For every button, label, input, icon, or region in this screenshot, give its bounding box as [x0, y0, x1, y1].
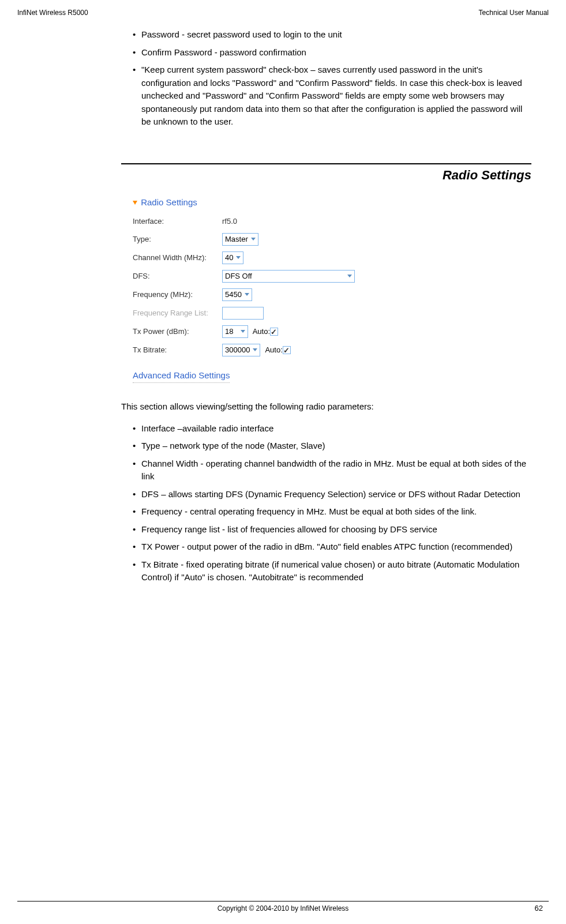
list-text: Frequency range list - list of frequenci… — [141, 524, 437, 534]
content-area: Password - secret password used to login… — [121, 17, 531, 584]
channel-width-row: Channel Width (MHz): 40 — [133, 251, 520, 264]
list-text: TX Power - output power of the radio in … — [141, 542, 512, 551]
interface-label: Interface: — [133, 216, 222, 227]
chevron-down-icon — [253, 348, 257, 351]
channel-width-label: Channel Width (MHz): — [133, 252, 222, 264]
list-item: Confirm Password - password confirmation — [121, 46, 531, 59]
tx-bitrate-row: Tx Bitrate: 300000 Auto: — [133, 344, 520, 356]
header-left: InfiNet Wireless R5000 — [17, 9, 88, 17]
type-value: Master — [225, 234, 248, 245]
list-text: Channel Width - operating channel bandwi… — [141, 459, 526, 482]
radio-settings-header[interactable]: Radio Settings — [133, 196, 520, 209]
password-list: Password - secret password used to login… — [121, 28, 531, 129]
list-text: Password - secret password used to login… — [141, 29, 342, 39]
list-text: Tx Bitrate - fixed operating bitrate (if… — [141, 559, 519, 583]
freq-range-input[interactable] — [222, 307, 264, 320]
chevron-down-icon — [241, 330, 245, 333]
list-item: TX Power - output power of the radio in … — [121, 540, 531, 554]
tx-power-label: Tx Power (dBm): — [133, 326, 222, 337]
tx-power-value: 18 — [225, 326, 233, 337]
frequency-row: Frequency (MHz): 5450 — [133, 288, 520, 301]
list-item: Type – network type of the node (Master,… — [121, 440, 531, 453]
list-item: Channel Width - operating channel bandwi… — [121, 457, 531, 483]
freq-range-row: Frequency Range List: — [133, 307, 520, 320]
type-label: Type: — [133, 234, 222, 245]
tx-power-select[interactable]: 18 — [222, 325, 248, 338]
channel-width-select[interactable]: 40 — [222, 251, 243, 264]
tx-bitrate-auto-label: Auto: — [265, 344, 282, 356]
list-item: DFS – allows starting DFS (Dynamic Frequ… — [121, 488, 531, 501]
tx-bitrate-auto-checkbox[interactable] — [283, 346, 291, 354]
radio-settings-screenshot: Radio Settings Interface: rf5.0 Type: Ma… — [121, 190, 531, 389]
frequency-select[interactable]: 5450 — [222, 288, 252, 301]
type-row: Type: Master — [133, 233, 520, 246]
tx-power-auto-label: Auto: — [253, 326, 270, 337]
dfs-row: DFS: DFS Off — [133, 270, 520, 283]
interface-value: rf5.0 — [222, 216, 237, 227]
advanced-radio-settings-link[interactable]: Advanced Radio Settings — [133, 369, 230, 384]
list-item: Frequency range list - list of frequenci… — [121, 523, 531, 536]
dfs-select[interactable]: DFS Off — [222, 270, 355, 283]
tx-bitrate-select[interactable]: 300000 — [222, 344, 260, 356]
list-item: Interface –available radio interface — [121, 422, 531, 435]
section-title: Radio Settings — [121, 163, 531, 185]
intro-text: This section allows viewing/setting the … — [121, 400, 531, 414]
header-right: Technical User Manual — [479, 9, 549, 17]
dfs-label: DFS: — [133, 271, 222, 282]
page-number: 62 — [535, 904, 543, 912]
tx-bitrate-label: Tx Bitrate: — [133, 344, 222, 356]
tx-bitrate-value: 300000 — [225, 344, 250, 356]
list-text: Type – network type of the node (Master,… — [141, 441, 325, 450]
tx-power-row: Tx Power (dBm): 18 Auto: — [133, 325, 520, 338]
copyright-text: Copyright © 2004-2010 by InfiNet Wireles… — [218, 904, 349, 912]
channel-width-value: 40 — [225, 252, 233, 264]
tx-power-auto-checkbox[interactable] — [270, 328, 278, 336]
dfs-value: DFS Off — [225, 271, 252, 282]
list-item: Password - secret password used to login… — [121, 28, 531, 42]
interface-row: Interface: rf5.0 — [133, 216, 520, 227]
radio-settings-title: Radio Settings — [141, 197, 197, 207]
chevron-down-icon — [236, 256, 241, 259]
frequency-label: Frequency (MHz): — [133, 289, 222, 301]
list-text: Frequency - central operating frequency … — [141, 506, 477, 516]
list-item: Frequency - central operating frequency … — [121, 505, 531, 519]
list-text: Interface –available radio interface — [141, 423, 273, 433]
page-footer: Copyright © 2004-2010 by InfiNet Wireles… — [17, 901, 549, 912]
frequency-value: 5450 — [225, 289, 242, 301]
chevron-down-icon — [245, 293, 249, 296]
list-item: "Keep current system password" check-box… — [121, 63, 531, 129]
page-header: InfiNet Wireless R5000 Technical User Ma… — [0, 0, 566, 17]
chevron-down-icon — [347, 275, 352, 277]
type-select[interactable]: Master — [222, 233, 258, 246]
list-text: "Keep current system password" check-box… — [141, 65, 522, 126]
parameter-list: Interface –available radio interface Typ… — [121, 422, 531, 584]
chevron-down-icon — [251, 238, 256, 241]
advanced-label: Advanced Radio Settings — [133, 370, 230, 380]
list-item: Tx Bitrate - fixed operating bitrate (if… — [121, 558, 531, 584]
freq-range-label: Frequency Range List: — [133, 307, 222, 319]
list-text: Confirm Password - password confirmation — [141, 47, 306, 57]
list-text: DFS – allows starting DFS (Dynamic Frequ… — [141, 489, 520, 499]
triangle-down-icon — [133, 201, 137, 205]
